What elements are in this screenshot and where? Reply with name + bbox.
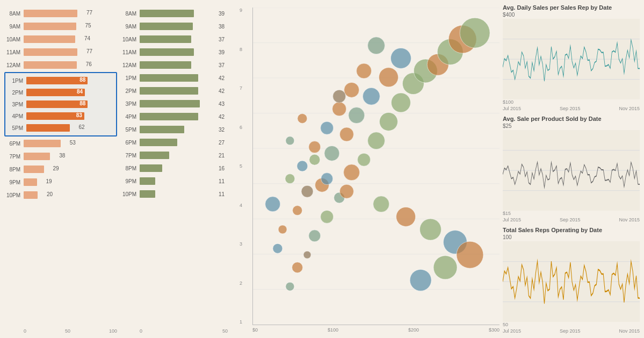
bar-row: 10AM37 xyxy=(120,33,228,45)
svg-point-13 xyxy=(309,230,321,242)
panel-linecharts: Avg. Daily Sales per Sales Rep by Date$4… xyxy=(503,4,640,334)
svg-point-21 xyxy=(285,174,295,184)
transactions-bar-chart: 8AM779AM7510AM7411AM7712AM761PM882PM843P… xyxy=(4,8,117,326)
svg-point-50 xyxy=(321,173,333,185)
bar-row: 3PM43 xyxy=(120,98,228,110)
bar-row: 4PM42 xyxy=(120,111,228,123)
bar-row: 10PM11 xyxy=(120,188,228,200)
bar-row: 10PM20 xyxy=(4,189,117,201)
svg-point-29 xyxy=(321,121,334,134)
svg-point-52 xyxy=(373,196,389,212)
bar-row: 5PM62 xyxy=(7,122,114,134)
svg-point-10 xyxy=(292,262,303,273)
bar-row: 7PM21 xyxy=(120,149,228,161)
svg-point-57 xyxy=(433,256,457,279)
svg-point-31 xyxy=(349,107,365,124)
bar-row: 1PM88 xyxy=(7,75,114,87)
svg-point-37 xyxy=(379,68,398,87)
bar-row: 9AM75 xyxy=(4,20,117,32)
svg-point-27 xyxy=(368,132,385,149)
svg-point-32 xyxy=(332,102,346,116)
svg-point-35 xyxy=(344,82,359,97)
svg-point-49 xyxy=(309,154,320,165)
svg-point-30 xyxy=(379,112,397,131)
svg-point-48 xyxy=(286,136,294,145)
salesreps-axis: 0 50 xyxy=(120,326,228,334)
svg-point-43 xyxy=(460,18,490,48)
dashboard: 8AM779AM7510AM7411AM7712AM761PM882PM843P… xyxy=(0,0,644,338)
svg-point-12 xyxy=(273,243,283,253)
svg-point-11 xyxy=(303,251,311,258)
svg-point-54 xyxy=(419,219,441,240)
svg-point-23 xyxy=(297,161,308,171)
salesreps-bar-chart: 8AM399AM3810AM3711AM3912AM371PM422PM423P… xyxy=(120,8,228,326)
line-chart-0: Avg. Daily Sales per Sales Rep by Date$4… xyxy=(503,4,640,111)
bar-row: 8AM77 xyxy=(4,8,117,19)
highlighted-bars-group: 1PM882PM843PM884PM835PM62 xyxy=(4,72,117,136)
bar-row: 10AM74 xyxy=(4,33,117,45)
bar-row: 12AM76 xyxy=(4,59,117,71)
svg-point-58 xyxy=(410,269,431,291)
panel-bubble: 1 2 3 4 5 6 7 8 9 $0 $10 xyxy=(231,4,500,334)
panel-salesreps: 8AM399AM3810AM3711AM3912AM371PM422PM423P… xyxy=(120,4,228,334)
bar-row: 11AM39 xyxy=(120,46,228,58)
svg-point-51 xyxy=(339,184,353,198)
svg-point-56 xyxy=(457,241,483,268)
svg-point-15 xyxy=(321,210,334,223)
bar-row: 12AM37 xyxy=(120,59,228,71)
svg-point-28 xyxy=(339,127,353,141)
svg-point-47 xyxy=(298,114,307,124)
line-chart-1: Avg. Sale per Product Sold by Date$25$15… xyxy=(503,116,640,222)
bar-row: 9PM19 xyxy=(4,176,117,188)
transactions-axis: 0 50 100 xyxy=(4,326,117,334)
bubble-chart-svg xyxy=(253,8,500,325)
bar-row: 9PM11 xyxy=(120,175,228,187)
bar-row: 5PM32 xyxy=(120,124,228,135)
svg-point-16 xyxy=(293,206,302,215)
svg-point-42 xyxy=(390,48,411,68)
bar-row: 3PM88 xyxy=(7,98,114,110)
svg-point-17 xyxy=(265,197,280,212)
svg-point-44 xyxy=(368,37,385,54)
bar-row: 1PM42 xyxy=(120,72,228,84)
svg-point-33 xyxy=(391,93,410,112)
svg-point-34 xyxy=(363,88,380,105)
bar-row: 8PM29 xyxy=(4,163,117,175)
bar-row: 8PM16 xyxy=(120,162,228,174)
bar-row: 11AM77 xyxy=(4,46,117,58)
svg-point-45 xyxy=(357,63,372,78)
svg-point-9 xyxy=(286,282,294,291)
svg-point-53 xyxy=(396,207,416,226)
bar-row: 2PM84 xyxy=(7,87,114,98)
line-chart-2: Total Sales Reps Operating by Date10050J… xyxy=(503,227,640,334)
bar-row: 4PM83 xyxy=(7,110,114,122)
svg-point-25 xyxy=(324,146,339,161)
bar-row: 6PM27 xyxy=(120,136,228,148)
svg-point-26 xyxy=(309,141,321,153)
svg-point-22 xyxy=(344,164,360,181)
bar-row: 9AM38 xyxy=(120,20,228,32)
svg-point-19 xyxy=(301,185,313,197)
bar-row: 8AM39 xyxy=(120,8,228,19)
panel-transactions: 8AM779AM7510AM7411AM7712AM761PM882PM843P… xyxy=(4,4,117,334)
svg-point-24 xyxy=(358,153,371,166)
bar-row: 7PM38 xyxy=(4,150,117,162)
bar-row: 6PM53 xyxy=(4,138,117,149)
svg-point-14 xyxy=(278,225,287,234)
bar-row: 2PM42 xyxy=(120,85,228,97)
svg-point-46 xyxy=(333,90,346,103)
